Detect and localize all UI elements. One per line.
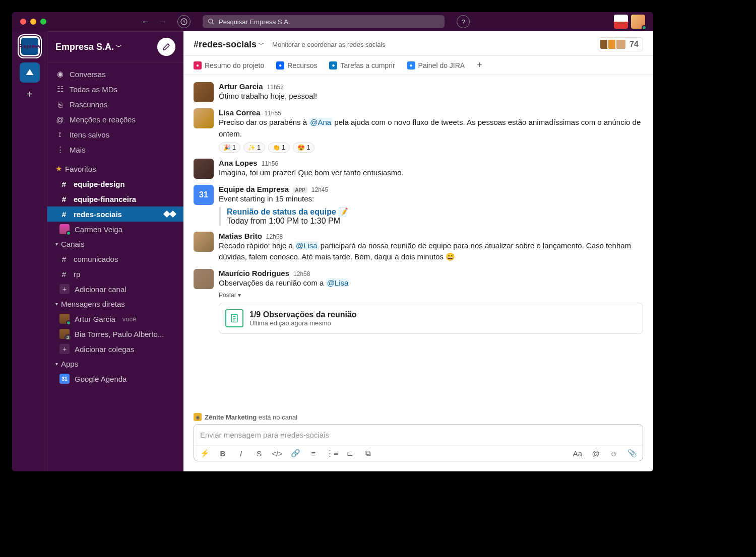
message-author[interactable]: Artur Garcia (219, 82, 263, 91)
hash-icon: # (59, 195, 69, 203)
bookmark-item[interactable]: ●Recursos (276, 61, 317, 69)
reaction-button[interactable]: 🎉 1 (219, 143, 240, 153)
hash-icon: # (59, 255, 69, 263)
post-attachment[interactable]: 1/9 Observações da reuniãoÚltima edição … (219, 303, 643, 334)
message-author[interactable]: Matias Brito (219, 232, 262, 240)
message-avatar[interactable] (194, 159, 214, 179)
nav-back-button[interactable]: ← (141, 17, 150, 27)
sidebar-channel-item[interactable]: #rp (47, 266, 183, 282)
section-channels[interactable]: ▾Canais (47, 237, 183, 251)
message-avatar[interactable] (194, 108, 214, 128)
app-icon: 31 (59, 374, 70, 384)
nav-forward-button[interactable]: → (158, 17, 167, 27)
sidebar-channel-item[interactable]: #comunicados (47, 251, 183, 266)
message-author[interactable]: Lisa Correa (219, 108, 261, 117)
code-button[interactable]: </> (272, 449, 283, 458)
app-icon: ◉ (194, 413, 202, 421)
add-workspace-button[interactable]: + (27, 89, 33, 100)
maximize-window-button[interactable] (40, 19, 46, 25)
mention[interactable]: @Lisa (295, 241, 319, 250)
codeblock-button[interactable]: ⧉ (362, 449, 373, 458)
nav-threads[interactable]: ◉Conversas (47, 66, 183, 82)
message-timestamp: 11h52 (267, 84, 284, 91)
mention[interactable]: @Lisa (326, 278, 350, 287)
message-avatar[interactable] (194, 82, 214, 102)
italic-button[interactable]: I (235, 449, 246, 458)
post-label: Postar ▾ (219, 292, 643, 299)
section-dms[interactable]: ▾Mensagens diretas (47, 297, 183, 311)
add-channel-button[interactable]: +Adicionar canal (47, 282, 183, 297)
reaction-button[interactable]: 👏 1 (268, 143, 290, 153)
sidebar-dm-item[interactable]: 3Bia Torres, Paulo Alberto... (47, 326, 183, 341)
nav-all-dms[interactable]: ☷Todas as MDs (47, 82, 183, 97)
message-avatar[interactable] (194, 269, 214, 289)
nav-mentions[interactable]: @Menções e reações (47, 112, 183, 127)
reaction-button[interactable]: ✨ 1 (243, 143, 265, 153)
close-window-button[interactable] (20, 19, 26, 25)
compose-button[interactable] (157, 38, 175, 56)
user-avatar-button[interactable] (631, 15, 645, 29)
link-button[interactable]: 🔗 (290, 449, 301, 458)
search-input[interactable]: Pesquisar Empresa S.A. (203, 15, 445, 28)
app-window: ← → Pesquisar Empresa S.A. ? Empresa + (10, 10, 655, 473)
message-text: Recado rápido: hoje a @Lisa participará … (219, 240, 643, 263)
message: Maurício Rodrigues12h58 Observações da r… (194, 266, 643, 337)
nav-more[interactable]: ⋮Mais (47, 142, 183, 157)
sidebar-favorite-item[interactable]: #redes-sociais (47, 206, 183, 222)
message: Lisa Correa11h55 Preciso dar os parabéns… (194, 105, 643, 156)
shortcuts-button[interactable]: ⚡ (199, 449, 210, 458)
sidebar-dm-item[interactable]: Artur Garciavocê (47, 311, 183, 326)
reaction-button[interactable]: 😍 1 (293, 143, 314, 153)
channel-name-button[interactable]: #redes-sociais ﹀ (194, 39, 264, 50)
bookmark-item[interactable]: ●Painel do JIRA (407, 61, 465, 69)
workspace-switcher-item[interactable] (20, 62, 40, 83)
main-panel: #redes-sociais ﹀ Monitorar e coordenar a… (183, 31, 653, 471)
emoji-button[interactable]: ☺ (608, 449, 619, 458)
sidebar-favorite-item[interactable]: #equipe-design (47, 176, 183, 191)
channel-label: comunicados (74, 255, 118, 263)
attach-button[interactable]: 📎 (626, 449, 638, 458)
bullet-list-button[interactable]: ⋮≡ (326, 449, 337, 458)
message-author[interactable]: Ana Lopes (219, 159, 258, 167)
bookmark-item[interactable]: ●Resumo do projeto (194, 61, 264, 69)
section-favorites[interactable]: ★Favoritos (47, 161, 183, 176)
mention[interactable]: @Ana (309, 118, 332, 126)
add-bookmark-button[interactable]: + (477, 60, 482, 71)
nav-saved[interactable]: ⟟Itens salvos (47, 127, 183, 142)
message-composer[interactable]: Enviar mensagem para #redes-sociais ⚡ B … (194, 424, 643, 461)
ordered-list-button[interactable]: ≡ (308, 449, 319, 458)
strike-button[interactable]: S (254, 449, 265, 458)
message-timestamp: 12h58 (266, 233, 283, 240)
message-avatar[interactable]: 31 (194, 185, 214, 205)
history-button[interactable] (177, 15, 191, 28)
composer-input[interactable]: Enviar mensagem para #redes-sociais (194, 425, 643, 445)
bookmark-label: Resumo do projeto (205, 61, 264, 69)
event-attachment[interactable]: Reunião de status da equipe 📝Today from … (219, 207, 643, 226)
nav-drafts[interactable]: ⎘Rascunhos (47, 97, 183, 112)
bookmark-item[interactable]: ●Tarefas a cumprir (329, 61, 395, 69)
sidebar-favorite-item[interactable]: Carmen Veiga (47, 222, 183, 237)
blockquote-button[interactable]: ⊏ (344, 449, 355, 458)
add-people-button[interactable]: +Adicionar colegas (47, 341, 183, 357)
help-button[interactable]: ? (457, 15, 470, 28)
channel-notice: ◉ Zênite Marketing está no canal (183, 410, 653, 424)
message-avatar[interactable] (194, 232, 214, 252)
message-list[interactable]: Artur Garcia11h52 Ótimo trabalho hoje, p… (183, 75, 653, 410)
message-timestamp: 11h56 (262, 160, 278, 167)
message: 31 Equipe da EmpresaAPP12h45 Event start… (194, 182, 643, 229)
workspace-switcher-active[interactable]: Empresa (20, 36, 40, 56)
section-apps[interactable]: ▾Apps (47, 357, 183, 371)
mention-button[interactable]: @ (590, 449, 601, 458)
message-author[interactable]: Equipe da Empresa (219, 185, 289, 193)
member-list-button[interactable]: 74 (598, 37, 643, 51)
message-author[interactable]: Maurício Rodrigues (219, 269, 289, 277)
format-button[interactable]: Aa (572, 449, 583, 458)
bold-button[interactable]: B (217, 449, 228, 458)
sidebar-app-item[interactable]: 31Google Agenda (47, 371, 183, 386)
workspace-menu-button[interactable]: Empresa S.A. ﹀ (55, 42, 122, 52)
hash-icon: # (59, 270, 69, 278)
threads-icon: ◉ (55, 69, 65, 79)
quick-switch-icon (164, 212, 175, 217)
minimize-window-button[interactable] (30, 19, 36, 25)
sidebar-favorite-item[interactable]: #equipe-financeira (47, 191, 183, 206)
